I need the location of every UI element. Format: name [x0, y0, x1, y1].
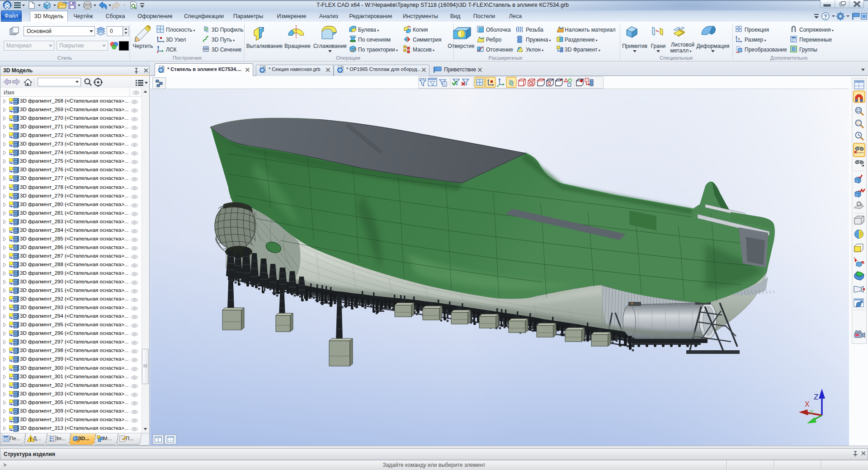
svg-text:Y: Y — [810, 409, 814, 415]
svg-text:Z: Z — [814, 393, 818, 401]
svg-text:5: 5 — [738, 37, 740, 41]
svg-text:X: X — [805, 400, 810, 408]
svg-text:?: ? — [824, 14, 827, 20]
